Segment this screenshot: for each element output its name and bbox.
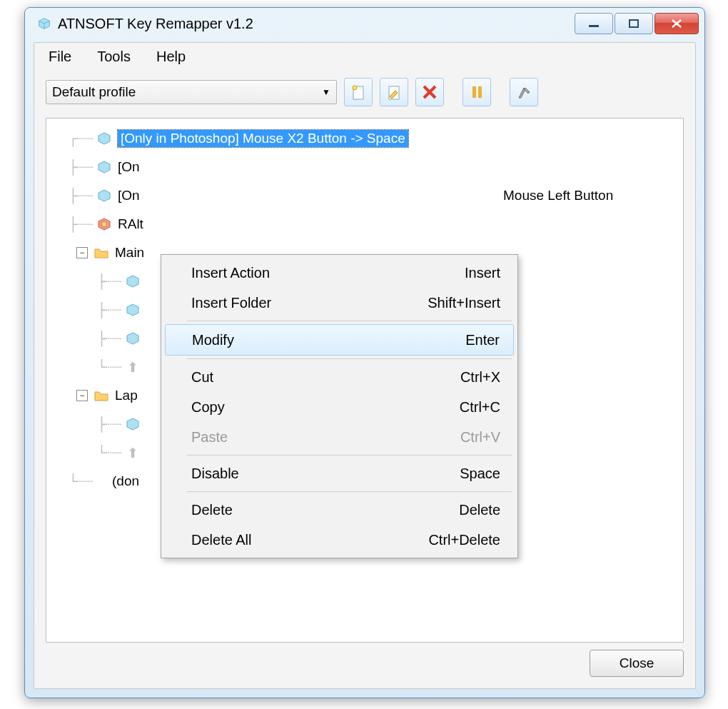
svg-marker-15 <box>98 161 110 173</box>
tree-item-label: RAlt <box>118 216 143 232</box>
edit-action-button[interactable] <box>380 78 408 106</box>
svg-marker-14 <box>98 133 110 144</box>
arrow-up-icon: ⬆ <box>123 358 142 376</box>
svg-marker-16 <box>98 190 110 201</box>
menu-file[interactable]: File <box>41 47 79 66</box>
client-area: File Tools Help Default profile ▼ <box>34 42 696 689</box>
svg-point-8 <box>353 86 357 90</box>
ctx-delete-all[interactable]: Delete All Ctrl+Delete <box>163 525 516 555</box>
titlebar[interactable]: ATNSOFT Key Remapper v1.2 <box>25 8 704 39</box>
tree-item-label: Main <box>115 245 144 261</box>
context-menu: Insert Action Insert Insert Folder Shift… <box>161 254 518 558</box>
delete-action-button[interactable] <box>415 78 444 106</box>
box-icon <box>123 329 142 348</box>
separator <box>187 491 512 492</box>
menu-tools[interactable]: Tools <box>90 47 138 66</box>
svg-rect-13 <box>478 86 482 98</box>
ctx-delete[interactable]: Delete Delete <box>163 495 516 525</box>
tree-item-label: (don <box>112 473 139 489</box>
collapse-icon[interactable]: − <box>76 247 88 258</box>
separator <box>187 455 512 456</box>
svg-rect-2 <box>589 25 599 27</box>
window-frame: ATNSOFT Key Remapper v1.2 File Tools Hel… <box>24 7 705 698</box>
pause-button[interactable] <box>462 78 491 106</box>
folder-icon <box>92 243 111 262</box>
tree-item[interactable]: ┌┈┈ [Only in Photoshop] Mouse X2 Button … <box>54 124 676 153</box>
tree-item-label: Lap <box>115 388 138 403</box>
profile-select-label: Default profile <box>52 84 136 100</box>
ctx-insert-action[interactable]: Insert Action Insert <box>163 258 516 288</box>
separator <box>187 358 512 359</box>
separator <box>187 321 512 321</box>
tree-panel: ┌┈┈ [Only in Photoshop] Mouse X2 Button … <box>46 118 684 643</box>
maximize-button[interactable] <box>615 13 653 34</box>
app-icon <box>36 16 52 31</box>
tree-item[interactable]: ├┈┈ [On <box>54 153 676 181</box>
svg-rect-3 <box>630 20 638 27</box>
close-button[interactable] <box>654 13 699 34</box>
box-icon <box>123 272 142 291</box>
collapse-icon[interactable]: − <box>76 390 88 401</box>
box-icon <box>95 158 113 176</box>
svg-rect-12 <box>472 86 476 98</box>
close-dialog-button[interactable]: Close <box>590 650 684 677</box>
settings-button[interactable] <box>510 78 538 106</box>
new-action-button[interactable] <box>344 78 373 106</box>
ctx-cut[interactable]: Cut Ctrl+X <box>163 362 516 392</box>
box-icon <box>95 186 113 205</box>
chevron-down-icon: ▼ <box>322 87 330 97</box>
svg-marker-21 <box>127 333 138 344</box>
tree-item[interactable]: ├┈┈ RAlt <box>54 210 676 238</box>
menu-help[interactable]: Help <box>149 47 193 66</box>
arrow-up-icon: ⬆ <box>123 443 142 462</box>
footer: Close <box>34 643 695 688</box>
tree-item-label: [Only in Photoshop] Mouse X2 Button -> S… <box>118 130 408 147</box>
menubar: File Tools Help <box>34 43 695 71</box>
ctx-modify[interactable]: Modify Enter <box>165 324 514 356</box>
profile-select[interactable]: Default profile ▼ <box>46 80 337 104</box>
tree-item-label: [On <box>118 188 140 203</box>
ctx-copy[interactable]: Copy Ctrl+C <box>163 392 516 422</box>
box-icon <box>123 301 142 319</box>
window-title: ATNSOFT Key Remapper v1.2 <box>58 16 575 32</box>
svg-marker-19 <box>127 276 138 287</box>
toolbar: Default profile ▼ <box>34 71 695 111</box>
svg-marker-22 <box>127 418 138 430</box>
ctx-insert-folder[interactable]: Insert Folder Shift+Insert <box>163 288 516 318</box>
box-icon <box>123 415 142 433</box>
tree-item-label-tail: Mouse Left Button <box>503 188 613 203</box>
box-icon <box>95 129 113 148</box>
folder-icon <box>92 386 111 405</box>
lock-icon <box>95 215 113 233</box>
ctx-disable[interactable]: Disable Space <box>163 458 516 488</box>
minimize-button[interactable] <box>575 13 613 34</box>
svg-rect-18 <box>102 222 106 226</box>
svg-marker-20 <box>127 304 138 316</box>
tree-item-label: [On <box>118 159 140 175</box>
tree-item[interactable]: ├┈┈ [On Mouse Left Button <box>54 181 676 210</box>
ctx-paste: Paste Ctrl+V <box>163 422 516 452</box>
